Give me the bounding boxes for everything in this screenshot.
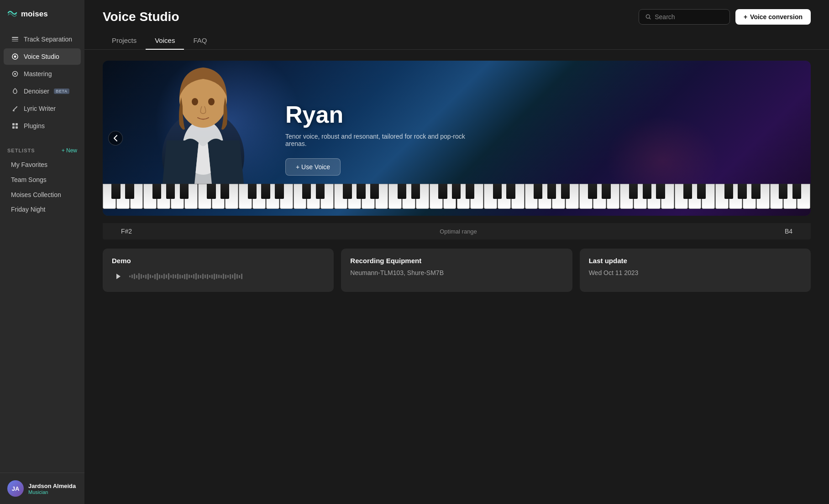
optimal-range-label: Optimal range bbox=[440, 228, 477, 235]
new-setlist-button[interactable]: + New bbox=[62, 147, 77, 154]
user-role: Musician bbox=[28, 489, 76, 495]
tab-voices[interactable]: Voices bbox=[146, 32, 184, 50]
svg-point-14 bbox=[72, 180, 73, 182]
svg-rect-0 bbox=[12, 37, 18, 38]
voice-info: Ryan Tenor voice, robust and resonant, t… bbox=[276, 92, 477, 185]
logo[interactable]: moises bbox=[0, 0, 84, 29]
voice-illustration bbox=[139, 61, 267, 188]
plugins-icon bbox=[11, 122, 19, 130]
top-bar: Voice Studio + Voice conversion bbox=[84, 0, 829, 25]
recording-equipment-card: Recording Equipment Neumann-TLM103, Shur… bbox=[341, 249, 572, 292]
play-button[interactable] bbox=[112, 270, 125, 283]
tab-faq[interactable]: FAQ bbox=[184, 32, 216, 50]
svg-line-20 bbox=[69, 192, 71, 193]
waveform bbox=[112, 269, 325, 284]
sidebar-item-denoiser[interactable]: Denoiser BETA bbox=[4, 83, 81, 99]
setlists-header: SETLISTS + New bbox=[0, 140, 84, 157]
page-title: Voice Studio bbox=[103, 10, 179, 24]
waveform-bars bbox=[129, 269, 325, 284]
setlist-label: My Favorites bbox=[11, 161, 47, 168]
track-separation-icon bbox=[11, 35, 19, 43]
svg-line-21 bbox=[69, 194, 71, 196]
prev-voice-button[interactable] bbox=[108, 131, 123, 145]
setlist-label: Friday Night bbox=[11, 206, 45, 213]
beta-badge: BETA bbox=[54, 88, 69, 94]
main-content: Voice Studio + Voice conversion Projects… bbox=[84, 0, 829, 504]
sidebar-item-label: Lyric Writer bbox=[24, 105, 56, 112]
sidebar-item-mastering[interactable]: Mastering bbox=[4, 66, 81, 82]
svg-rect-1 bbox=[12, 39, 18, 40]
use-voice-button[interactable]: + Use Voice bbox=[285, 158, 341, 176]
piano-keys-container bbox=[103, 184, 811, 216]
svg-line-23 bbox=[649, 18, 651, 19]
denoiser-icon bbox=[11, 87, 19, 95]
voice-conversion-label: Voice conversion bbox=[750, 13, 803, 21]
svg-rect-8 bbox=[12, 123, 15, 125]
svg-rect-10 bbox=[12, 126, 15, 129]
person-svg bbox=[139, 61, 267, 188]
recording-card-title: Recording Equipment bbox=[350, 257, 563, 265]
setlist-item-moises-collection[interactable]: Moises Collection bbox=[4, 187, 81, 202]
user-name: Jardson Almeida bbox=[28, 483, 76, 489]
mastering-icon bbox=[11, 70, 19, 78]
svg-rect-2 bbox=[12, 41, 18, 42]
svg-line-16 bbox=[69, 179, 71, 181]
voice-conversion-button[interactable]: + Voice conversion bbox=[735, 9, 811, 25]
svg-rect-11 bbox=[16, 126, 18, 129]
logo-text: moises bbox=[21, 10, 48, 19]
sidebar-item-voice-studio[interactable]: Voice Studio bbox=[4, 48, 81, 65]
svg-point-6 bbox=[14, 73, 16, 75]
plus-icon: + bbox=[744, 13, 747, 21]
svg-point-13 bbox=[68, 178, 69, 180]
svg-point-4 bbox=[14, 56, 16, 58]
setlist-label: Moises Collection bbox=[11, 191, 61, 198]
sidebar-item-label: Plugins bbox=[24, 122, 45, 130]
voice-hero-card: Ryan Tenor voice, robust and resonant, t… bbox=[103, 61, 811, 216]
voice-description: Tenor voice, robust and resonant, tailor… bbox=[285, 133, 468, 147]
sidebar: moises Track Separation Voice Studio bbox=[0, 0, 84, 504]
sidebar-item-lyric-writer[interactable]: Lyric Writer bbox=[4, 100, 81, 117]
svg-point-28 bbox=[208, 98, 215, 105]
sidebar-navigation: Track Separation Voice Studio Mastering bbox=[0, 29, 84, 136]
lyric-writer-icon bbox=[11, 104, 19, 113]
svg-line-15 bbox=[69, 177, 71, 178]
svg-point-19 bbox=[72, 195, 73, 197]
last-update-card: Last update Wed Oct 11 2023 bbox=[580, 249, 811, 292]
voice-name: Ryan bbox=[285, 101, 468, 128]
range-start: F#2 bbox=[121, 228, 132, 235]
setlist-item-team-songs[interactable]: Team Songs bbox=[4, 172, 81, 187]
svg-point-17 bbox=[72, 191, 73, 192]
sidebar-item-track-separation[interactable]: Track Separation bbox=[4, 31, 81, 47]
chevron-left-icon bbox=[113, 135, 118, 141]
demo-card: Demo bbox=[103, 249, 334, 292]
piano-keys bbox=[103, 184, 811, 209]
tab-projects[interactable]: Projects bbox=[103, 32, 146, 50]
last-update-date: Wed Oct 11 2023 bbox=[589, 269, 802, 276]
svg-rect-9 bbox=[16, 123, 18, 125]
last-update-title: Last update bbox=[589, 257, 802, 265]
search-box[interactable] bbox=[639, 9, 730, 25]
search-icon bbox=[645, 14, 651, 20]
range-end: B4 bbox=[785, 228, 792, 235]
bottom-cards: Demo Recording Equipment Neumann-TLM103,… bbox=[103, 249, 811, 292]
setlist-item-my-favorites[interactable]: My Favorites bbox=[4, 158, 81, 171]
svg-point-12 bbox=[72, 176, 73, 177]
search-input[interactable] bbox=[655, 13, 723, 21]
use-voice-label: + Use Voice bbox=[296, 163, 330, 171]
user-profile[interactable]: JA Jardson Almeida Musician bbox=[0, 473, 84, 504]
demo-card-title: Demo bbox=[112, 257, 325, 265]
sidebar-item-plugins[interactable]: Plugins bbox=[4, 118, 81, 134]
logo-icon bbox=[7, 8, 17, 20]
sidebar-item-label: Track Separation bbox=[24, 36, 72, 43]
content-area: Ryan Tenor voice, robust and resonant, t… bbox=[84, 50, 829, 303]
svg-point-27 bbox=[192, 98, 198, 105]
setlist-label: Team Songs bbox=[11, 176, 47, 183]
play-icon bbox=[115, 273, 121, 280]
setlist-item-friday-night[interactable]: Friday Night bbox=[4, 203, 81, 216]
top-bar-actions: + Voice conversion bbox=[639, 9, 811, 25]
tabs: Projects Voices FAQ bbox=[84, 25, 829, 50]
avatar: JA bbox=[7, 480, 24, 497]
sidebar-item-label: Voice Studio bbox=[24, 53, 59, 60]
recording-equipment: Neumann-TLM103, Shure-SM7B bbox=[350, 269, 563, 276]
svg-point-18 bbox=[68, 193, 69, 195]
